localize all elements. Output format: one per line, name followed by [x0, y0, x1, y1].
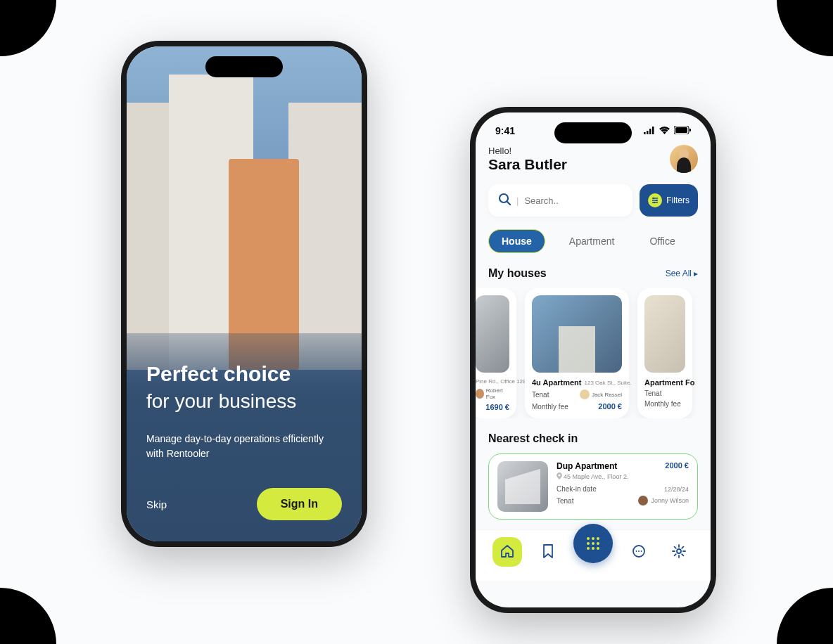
tab-office[interactable]: Office [638, 230, 686, 252]
skip-button[interactable]: Skip [146, 498, 167, 510]
user-avatar[interactable] [670, 145, 698, 173]
svg-point-20 [677, 549, 681, 553]
card-name: 4u Apartment [532, 378, 582, 387]
filters-label: Filters [666, 195, 689, 205]
pin-icon [557, 472, 562, 481]
filter-icon [648, 193, 662, 207]
onboarding-title: Perfect choice [146, 361, 342, 387]
home-icon [500, 543, 515, 561]
card-address: 123 Oak St., Suite. [585, 380, 632, 386]
card-price: 1690 € [476, 403, 509, 411]
house-card[interactable]: Pine Rd., Office 128. Robert Fox 1690 € [476, 288, 516, 418]
phone-onboarding: Perfect choice for your business Manage … [121, 41, 367, 547]
tenant-avatar [580, 389, 590, 399]
house-image [476, 295, 509, 373]
house-card[interactable]: Apartment Fo Tenat Monthly fee [637, 288, 692, 418]
house-image [644, 295, 685, 373]
house-image [532, 295, 622, 373]
checkin-date: 12/28/24 [664, 486, 689, 493]
chat-icon [631, 543, 647, 561]
search-icon [498, 193, 511, 208]
nav-home-button[interactable] [492, 537, 522, 567]
signal-icon [644, 125, 655, 136]
fee-label: Monthly fee [644, 400, 685, 408]
checkin-name: Dup Apartment [557, 461, 617, 471]
status-time: 9:41 [495, 125, 515, 136]
svg-rect-3 [652, 127, 654, 134]
grid-icon [587, 537, 599, 550]
svg-rect-0 [644, 132, 646, 134]
tenant-label: Tenat [644, 389, 685, 397]
house-card[interactable]: 4u Apartment 123 Oak St., Suite. Tenat J… [525, 288, 629, 418]
svg-rect-6 [689, 129, 691, 131]
see-all-link[interactable]: See All ▸ [666, 269, 698, 278]
fee-label: Monthly fee [532, 403, 568, 411]
card-price: 2000 € [598, 402, 622, 411]
svg-rect-5 [675, 127, 687, 133]
bottom-nav [476, 529, 711, 581]
svg-rect-1 [647, 131, 649, 134]
onboarding-subtitle: for your business [146, 389, 342, 413]
card-address: Pine Rd., Office 128. [476, 378, 509, 385]
notch [205, 56, 283, 77]
phone-home: 9:41 Hello! Sara Butler [470, 107, 716, 613]
checkin-address: 45 Maple Ave., Floor 2. [564, 473, 628, 480]
nav-fab-button[interactable] [573, 524, 613, 563]
svg-point-18 [638, 550, 640, 552]
tenant-avatar [638, 496, 648, 505]
nav-bookmark-button[interactable] [533, 537, 563, 567]
houses-carousel[interactable]: Pine Rd., Office 128. Robert Fox 1690 € … [476, 288, 711, 418]
card-name: Apartment Fo [644, 378, 685, 387]
tenant-name: Jack Rassel [592, 392, 622, 398]
checkin-card[interactable]: Dup Apartment 2000 € 45 Maple Ave., Floo… [488, 453, 698, 520]
filters-button[interactable]: Filters [640, 184, 698, 217]
onboarding-description: Manage day-to-day operations efficiently… [146, 432, 342, 461]
search-box[interactable]: | [488, 184, 632, 217]
checkin-date-label: Chek-in date [557, 485, 597, 493]
tenant-name: Robert Fox [486, 387, 509, 400]
svg-point-14 [654, 202, 655, 203]
search-input[interactable] [524, 195, 623, 206]
nav-chat-button[interactable] [624, 537, 654, 567]
tenant-label: Tenat [532, 391, 549, 399]
svg-line-8 [507, 202, 510, 205]
greeting-hello: Hello! [488, 146, 567, 156]
tab-house[interactable]: House [488, 229, 545, 253]
svg-point-19 [640, 550, 642, 552]
greeting-name: Sara Butler [488, 156, 567, 173]
checkin-tenant-name: Jonny Wilson [651, 497, 689, 504]
svg-rect-2 [649, 129, 651, 134]
svg-point-13 [656, 200, 657, 201]
nearest-checkin-title: Nearest check in [488, 432, 698, 445]
wifi-icon [659, 125, 670, 136]
tenant-avatar [476, 389, 484, 399]
chevron-right-icon: ▸ [694, 269, 698, 278]
svg-point-12 [653, 198, 654, 199]
notch [554, 122, 632, 143]
my-houses-title: My houses [488, 267, 547, 280]
checkin-image [497, 461, 548, 512]
battery-icon [674, 125, 691, 136]
signin-button[interactable]: Sign In [257, 488, 342, 520]
bookmark-icon [541, 543, 555, 561]
checkin-tenant-label: Tenat [557, 497, 573, 505]
gear-icon [671, 543, 687, 561]
nav-settings-button[interactable] [664, 537, 694, 567]
svg-point-7 [500, 194, 508, 202]
svg-point-17 [635, 550, 637, 552]
svg-point-15 [559, 475, 561, 477]
checkin-price: 2000 € [665, 461, 689, 471]
tab-apartment[interactable]: Apartment [558, 230, 626, 252]
